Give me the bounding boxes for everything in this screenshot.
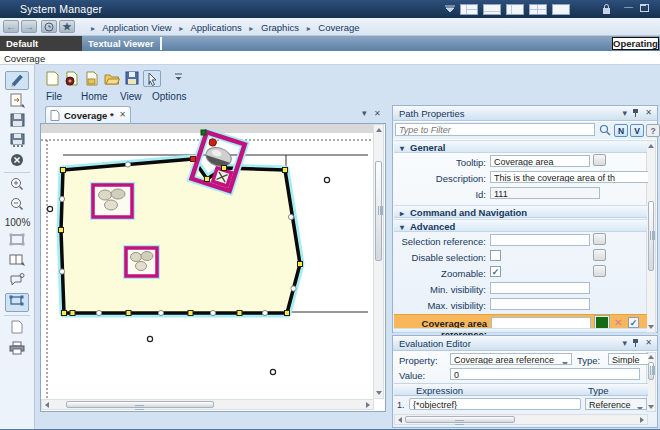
zoomable-checkbox[interactable]: ✓ xyxy=(490,266,501,277)
quick-access-toolbar xyxy=(35,68,660,89)
type-field[interactable]: Simple xyxy=(608,353,648,365)
properties-vscrollbar[interactable] xyxy=(646,140,656,333)
close-document-icon[interactable] xyxy=(5,153,29,172)
min-visibility-field[interactable] xyxy=(490,282,590,294)
breadcrumb-applications[interactable]: Applications xyxy=(190,22,241,33)
zoomable-browse-button[interactable] xyxy=(593,265,606,277)
coverage-drawing[interactable] xyxy=(41,124,373,400)
tooltip-browse-button[interactable] xyxy=(593,154,606,166)
property-dropdown[interactable]: Coverage area reference xyxy=(450,353,572,365)
breadcrumb-application-view[interactable]: Application View xyxy=(102,22,172,33)
description-field[interactable]: This is the coverage area of th xyxy=(490,171,648,183)
column-header-type[interactable]: Type xyxy=(584,383,648,396)
pointer-tool-icon[interactable] xyxy=(143,70,161,87)
menu-home[interactable]: Home xyxy=(81,91,108,102)
operating-mode-badge[interactable]: Operating xyxy=(612,37,659,50)
camera-led-dot xyxy=(208,138,217,147)
layout-single-icon[interactable] xyxy=(552,4,570,15)
drawing-canvas[interactable] xyxy=(40,123,386,412)
layout-quad-icon[interactable] xyxy=(529,4,547,15)
open-folder-icon[interactable] xyxy=(103,70,121,87)
panel-menu-icon[interactable]: ▾ xyxy=(622,108,627,118)
tab-default[interactable]: Default xyxy=(0,36,82,51)
back-button[interactable]: ← xyxy=(3,20,19,33)
evaluation-hscrollbar[interactable] xyxy=(394,414,648,425)
document-tab-close-icon[interactable]: ✕ xyxy=(119,110,126,119)
menu-view[interactable]: View xyxy=(120,91,142,102)
fit-view-icon[interactable] xyxy=(5,233,29,252)
history-icon[interactable] xyxy=(41,20,57,33)
rail-divider xyxy=(4,172,30,173)
layout-grid-left-icon[interactable] xyxy=(460,4,478,15)
section-command-navigation[interactable]: ▸Command and Navigation xyxy=(394,205,647,218)
panel-close-icon[interactable]: ✕ xyxy=(645,338,652,347)
rotation-handle[interactable] xyxy=(201,130,206,135)
tooltip-field[interactable]: Coverage area xyxy=(490,155,590,167)
menu-options[interactable]: Options xyxy=(152,91,186,102)
restore-button[interactable] xyxy=(640,4,649,12)
disable-selection-browse-button[interactable] xyxy=(593,249,606,261)
edit-pencil-icon[interactable] xyxy=(5,71,29,90)
plant-item-2[interactable] xyxy=(126,248,157,276)
import-document-icon[interactable] xyxy=(63,70,81,87)
canvas-vscrollbar[interactable] xyxy=(373,124,384,399)
section-general[interactable]: ▾General xyxy=(394,140,647,153)
forward-button[interactable]: → xyxy=(21,20,37,33)
panel-menu-icon[interactable]: ▾ xyxy=(622,338,627,348)
zoom-level-label[interactable]: 100% xyxy=(0,217,35,228)
menu-file[interactable]: File xyxy=(46,91,62,102)
document-tab-coverage[interactable]: Coverage * ✕ xyxy=(45,106,131,123)
selected-vertex-handle[interactable] xyxy=(191,157,196,162)
filter-value-button[interactable]: V xyxy=(630,124,644,137)
docwell-close-icon[interactable]: ✕ xyxy=(374,109,381,118)
filter-help-button[interactable]: ? xyxy=(646,124,660,137)
zoom-in-icon[interactable] xyxy=(5,177,29,196)
print-icon[interactable] xyxy=(5,341,29,360)
selection-reference-field[interactable] xyxy=(490,234,590,246)
path-properties-header[interactable]: Path Properties ▾ ✕ xyxy=(393,106,657,121)
disable-selection-checkbox[interactable] xyxy=(490,250,501,261)
save-as-icon[interactable] xyxy=(5,133,29,152)
pin-icon[interactable] xyxy=(632,108,639,120)
layout-left-panel-icon[interactable] xyxy=(506,4,524,15)
zoom-out-icon[interactable] xyxy=(5,197,29,216)
clear-reference-icon[interactable]: ✕ xyxy=(614,317,622,328)
plant-item-1[interactable] xyxy=(93,185,132,217)
page-setup-icon[interactable] xyxy=(5,320,29,339)
layout-bottom-icon[interactable] xyxy=(483,4,501,15)
filter-name-button[interactable]: N xyxy=(614,124,628,137)
max-visibility-field[interactable] xyxy=(490,298,590,310)
value-field[interactable]: 0 xyxy=(450,368,640,380)
toolbar-overflow-icon[interactable] xyxy=(169,70,187,87)
callout-icon[interactable] xyxy=(5,273,29,292)
breadcrumb-graphics[interactable]: Graphics xyxy=(261,22,299,33)
export-document-icon[interactable] xyxy=(83,70,101,87)
section-3d-effects[interactable]: ▸3D Effects xyxy=(394,328,647,333)
save-toolbar-icon[interactable] xyxy=(123,70,141,87)
tab-textual-viewer[interactable]: Textual Viewer xyxy=(88,38,154,49)
window-title: System Manager xyxy=(20,3,102,15)
save-icon[interactable] xyxy=(5,113,29,132)
split-view-icon[interactable] xyxy=(5,253,29,272)
favorites-star-icon[interactable]: ★ xyxy=(59,20,75,33)
search-icon[interactable] xyxy=(599,124,611,138)
new-document-icon[interactable] xyxy=(43,70,61,87)
minimize-button[interactable]: — xyxy=(624,2,633,12)
column-header-expression[interactable]: Expression xyxy=(394,383,584,396)
breadcrumb-coverage[interactable]: Coverage xyxy=(318,22,359,33)
docwell-dropdown-icon[interactable]: ▾ xyxy=(362,108,367,118)
panel-close-icon[interactable]: ✕ xyxy=(645,108,652,117)
selection-reference-browse-button[interactable] xyxy=(593,233,606,245)
type-label: Type: xyxy=(577,355,605,366)
canvas-hscrollbar[interactable] xyxy=(41,399,374,410)
pin-icon[interactable] xyxy=(632,338,639,350)
expression-field[interactable]: {*objectref} xyxy=(409,398,581,410)
pin-layout-icon[interactable] xyxy=(444,5,456,15)
export-page-icon[interactable] xyxy=(5,93,29,112)
type-dropdown[interactable]: Reference xyxy=(585,398,647,410)
section-advanced[interactable]: ▾Advanced xyxy=(394,219,647,232)
evaluation-editor-header[interactable]: Evaluation Editor ▾ ✕ xyxy=(393,336,657,351)
apply-reference-checkbox[interactable]: ✓ xyxy=(628,317,639,328)
coverage-view-icon[interactable] xyxy=(5,293,29,312)
filter-input[interactable] xyxy=(395,123,595,136)
